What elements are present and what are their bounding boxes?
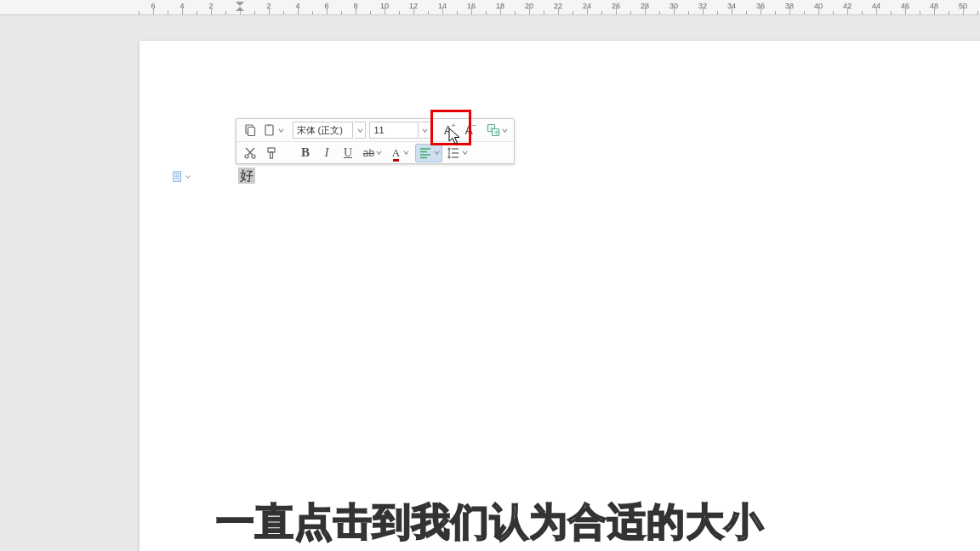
chevron-down-icon: [357, 128, 363, 133]
selected-text: 好: [238, 168, 255, 184]
chevron-down-icon: [403, 150, 409, 156]
underline-icon: U: [344, 146, 352, 160]
svg-text:中: 中: [494, 130, 499, 135]
line-spacing-icon: [447, 146, 460, 160]
cut-button[interactable]: [240, 144, 260, 162]
paragraph-handle[interactable]: [172, 170, 192, 184]
decrease-font-size-button[interactable]: A: [459, 121, 478, 139]
bold-icon: B: [301, 145, 310, 160]
font-size-dropdown[interactable]: [419, 122, 431, 139]
align-left-icon: [419, 146, 432, 160]
horizontal-ruler: 6422468101214161820222426283032343638404…: [0, 0, 980, 15]
translate-button[interactable]: A中: [484, 121, 510, 139]
font-name-dropdown[interactable]: [355, 122, 367, 139]
bold-button[interactable]: B: [295, 144, 316, 162]
chevron-down-icon: [376, 150, 382, 156]
chevron-down-icon: [434, 150, 440, 156]
translate-icon: A中: [487, 123, 500, 137]
chevron-down-icon: [422, 128, 428, 133]
italic-icon: I: [325, 145, 329, 160]
svg-rect-5: [248, 128, 254, 136]
line-spacing-button[interactable]: [443, 144, 470, 162]
paint-brush-icon: [265, 146, 278, 160]
svg-rect-7: [268, 124, 271, 127]
font-size-input[interactable]: [369, 122, 419, 139]
toolbar-row-2: B I U ab A: [236, 141, 514, 163]
chevron-down-icon: [462, 150, 468, 156]
format-painter-button[interactable]: [261, 144, 282, 162]
subtitle-caption: 一直点击到我们认为合适的大小: [216, 497, 764, 548]
scissors-icon: [243, 146, 257, 160]
svg-text:A: A: [490, 126, 493, 131]
document-text[interactable]: 好: [238, 168, 263, 185]
font-color-button[interactable]: A: [387, 144, 414, 162]
decrease-font-icon: A: [464, 123, 472, 137]
chevron-down-icon: [185, 174, 191, 179]
document-page: [140, 41, 980, 551]
paste-icon: [263, 123, 276, 137]
mini-toolbar: 宋体 (正文) A A A中 B I U ab A: [236, 118, 515, 164]
svg-rect-17: [271, 152, 273, 158]
svg-rect-6: [265, 125, 273, 135]
copy-button[interactable]: [240, 121, 259, 139]
chevron-down-icon: [502, 128, 508, 133]
underline-button[interactable]: U: [338, 144, 358, 162]
paste-button[interactable]: [260, 121, 287, 139]
strikethrough-icon: ab: [363, 147, 374, 159]
align-button[interactable]: [415, 144, 442, 162]
svg-rect-16: [268, 148, 275, 152]
copy-icon: [243, 123, 257, 137]
italic-button[interactable]: I: [316, 144, 337, 162]
font-name-input[interactable]: 宋体 (正文): [293, 122, 353, 139]
increase-font-size-button[interactable]: A: [438, 121, 458, 139]
strikethrough-button[interactable]: ab: [359, 144, 386, 162]
font-color-icon: A: [392, 146, 400, 160]
increase-font-icon: A: [444, 123, 452, 137]
toolbar-row-1: 宋体 (正文) A A A中: [236, 119, 514, 141]
page-icon: [172, 171, 184, 183]
chevron-down-icon: [278, 128, 284, 133]
